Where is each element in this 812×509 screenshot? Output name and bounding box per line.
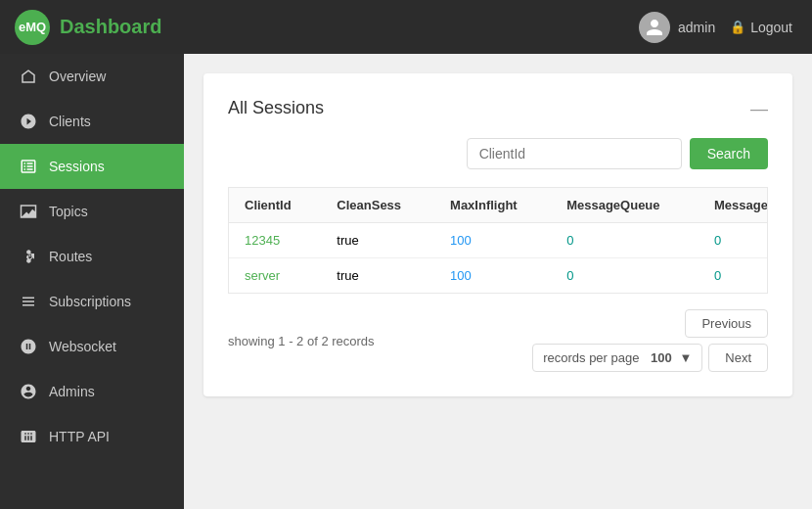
showing-text: showing 1 - 2 of 2 records — [228, 334, 375, 348]
next-button[interactable]: Next — [708, 344, 768, 372]
sidebar-item-routes[interactable]: Routes — [0, 234, 184, 279]
logout-button[interactable]: 🔒 Logout — [730, 20, 792, 35]
sidebar-item-clients[interactable]: Clients — [0, 99, 184, 144]
cell-maxinflight: 100 — [434, 258, 551, 294]
table-row: server true 100 0 0 — [229, 258, 768, 294]
sidebar-item-overview[interactable]: Overview — [0, 54, 184, 99]
col-cleansess: CleanSess — [321, 188, 434, 223]
pagination-area: showing 1 - 2 of 2 records Previous reco… — [228, 309, 768, 372]
logo-icon: eMQ — [15, 10, 50, 45]
cell-messagedr: 0 — [699, 258, 768, 294]
records-per-page-select[interactable]: records per page 100 ▼ — [532, 344, 702, 372]
col-maxinflight: MaxInflight — [434, 188, 551, 223]
sidebar-item-topics[interactable]: Topics — [0, 189, 184, 234]
pagination-right: Previous records per page 100 ▼ Next — [532, 309, 768, 372]
search-bar: Search — [228, 138, 768, 169]
websocket-icon — [20, 338, 37, 355]
cell-clientid[interactable]: 12345 — [229, 223, 321, 258]
home-icon — [20, 68, 37, 85]
sessions-icon — [20, 158, 37, 175]
sidebar-item-admins[interactable]: Admins — [0, 369, 184, 414]
user-name: admin — [678, 20, 715, 35]
main-layout: Overview Clients Sessions Topics Routes — [0, 54, 812, 509]
cell-cleansess: true — [321, 223, 434, 258]
minimize-button[interactable]: — — [750, 100, 768, 117]
pagination-bottom: records per page 100 ▼ Next — [532, 344, 768, 372]
search-button[interactable]: Search — [690, 138, 768, 169]
sessions-card: All Sessions — Search ClientId CleanSess… — [203, 73, 792, 396]
sidebar: Overview Clients Sessions Topics Routes — [0, 54, 184, 509]
search-input[interactable] — [467, 138, 682, 169]
col-messagedr: MessageDr — [699, 188, 768, 223]
cell-maxinflight: 100 — [434, 223, 551, 258]
api-icon — [20, 428, 37, 445]
header-right: admin 🔒 Logout — [639, 12, 792, 43]
top-header: eMQ Dashboard admin 🔒 Logout — [0, 0, 812, 54]
sessions-table-wrapper: ClientId CleanSess MaxInflight MessageQu… — [228, 187, 768, 294]
cell-cleansess: true — [321, 258, 434, 294]
topics-icon — [20, 203, 37, 220]
avatar — [639, 12, 670, 43]
cell-messagedr: 0 — [699, 223, 768, 258]
subscriptions-icon — [20, 293, 37, 310]
content-area: All Sessions — Search ClientId CleanSess… — [184, 54, 812, 509]
user-area: admin — [639, 12, 715, 43]
sidebar-item-subscriptions[interactable]: Subscriptions — [0, 279, 184, 324]
lock-icon: 🔒 — [730, 20, 745, 34]
cell-messagequeue: 0 — [551, 223, 699, 258]
clients-icon — [20, 113, 37, 130]
col-clientid: ClientId — [229, 188, 321, 223]
cell-clientid[interactable]: server — [229, 258, 321, 294]
col-messagequeue: MessageQueue — [551, 188, 699, 223]
card-header: All Sessions — — [228, 98, 768, 118]
table-header-row: ClientId CleanSess MaxInflight MessageQu… — [229, 188, 768, 223]
user-icon — [645, 18, 664, 37]
routes-icon — [20, 248, 37, 265]
table-row: 12345 true 100 0 0 — [229, 223, 768, 258]
sidebar-item-http-api[interactable]: HTTP API — [0, 414, 184, 459]
sidebar-item-sessions[interactable]: Sessions — [0, 144, 184, 189]
sidebar-item-websocket[interactable]: Websocket — [0, 324, 184, 369]
admins-icon — [20, 383, 37, 400]
card-title: All Sessions — [228, 98, 324, 118]
sessions-table: ClientId CleanSess MaxInflight MessageQu… — [229, 188, 768, 293]
app-name: Dashboard — [60, 16, 161, 38]
logo-area: eMQ Dashboard — [0, 0, 176, 54]
cell-messagequeue: 0 — [551, 258, 699, 294]
previous-button[interactable]: Previous — [685, 309, 768, 338]
